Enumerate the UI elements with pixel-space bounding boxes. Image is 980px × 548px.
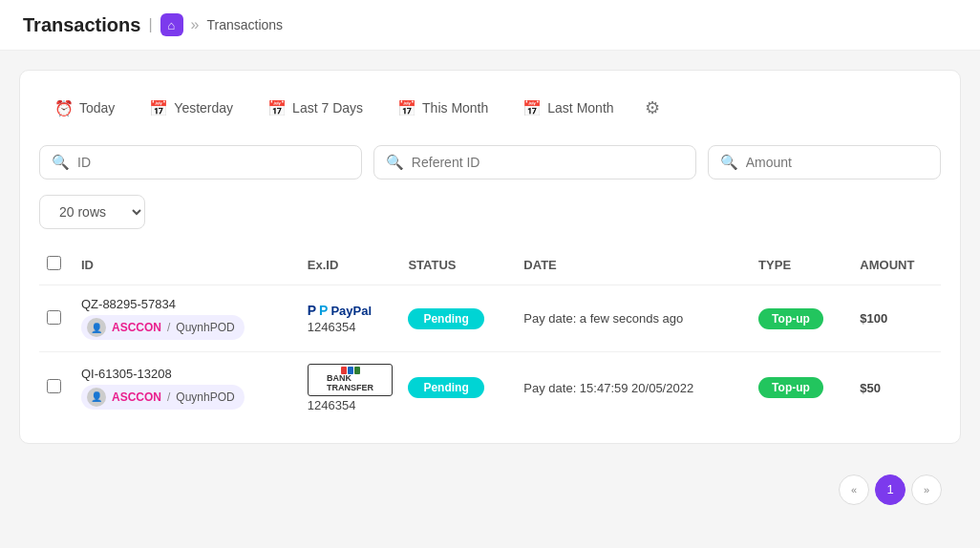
calendar-icon-last7: 📅 [267,99,287,117]
filter-lastmonth-button[interactable]: 📅 Last Month [507,92,628,125]
transactions-table: ID Ex.ID STATUS DATE TYPE AMOUNT QZ-8829… [39,244,941,424]
header-exid: Ex.ID [300,244,401,285]
row-id-cell: QI-61305-13208 👤 ASCCON / QuynhPOD [74,352,300,424]
page-1-button[interactable]: 1 [875,474,905,505]
amount-search-field: 🔍 [708,145,941,179]
breadcrumb-separator: | [148,16,152,33]
next-page-button[interactable]: » [911,474,942,505]
referent-search-field: 🔍 [373,145,696,179]
status-badge: Pending [408,308,483,329]
prev-page-button[interactable]: « [839,474,869,505]
row-id-main: QI-61305-13208 [81,367,292,381]
row-date-value: Pay date: a few seconds ago [523,311,683,326]
filter-yesterday-label: Yesterday [174,100,233,116]
filter-yesterday-button[interactable]: 📅 Yesterday [134,92,248,125]
row-exid-value: 1246354 [308,320,394,334]
row-sub-slash: / [167,321,170,334]
row-exid-cell: PP PayPal 1246354 [300,285,401,352]
paypal-badge: PP PayPal [308,303,394,318]
row-date-cell: Pay date: a few seconds ago [516,285,751,352]
filter-bar: ⏰ Today 📅 Yesterday 📅 Last 7 Days 📅 This… [39,90,941,130]
breadcrumb-arrow: » [191,16,200,33]
row-type-cell: Top-up [751,285,852,352]
table-row: QI-61305-13208 👤 ASCCON / QuynhPOD BANKT… [39,352,941,424]
row-date-value: Pay date: 15:47:59 20/05/2022 [523,381,693,395]
filter-today-label: Today [79,100,115,116]
rows-per-page-select[interactable]: 20 rows 50 rows 100 rows [39,195,145,229]
table-row: QZ-88295-57834 👤 ASCCON / QuynhPOD PP Pa… [39,285,941,352]
pagination: « 1 » [19,459,961,520]
header-checkbox-col [39,244,74,285]
row-date-cell: Pay date: 15:47:59 20/05/2022 [516,352,751,424]
type-badge: Top-up [758,377,823,398]
filter-last7days-button[interactable]: 📅 Last 7 Days [252,92,378,125]
gear-icon: ⚙ [645,97,660,118]
row-amount-cell: $100 [852,285,941,352]
page-title: Transactions [23,14,140,36]
row-status-cell: Pending [400,352,516,424]
breadcrumb-text: Transactions [206,17,283,32]
filter-today-button[interactable]: ⏰ Today [39,92,130,125]
bank-transfer-badge: BANKTRANSFER [308,364,394,396]
calendar-icon-thismonth: 📅 [397,99,416,117]
row-status-cell: Pending [400,285,516,352]
row-sub-name: ASCCON [112,321,161,334]
amount-search-input[interactable] [746,155,928,170]
row-id-cell: QZ-88295-57834 👤 ASCCON / QuynhPOD [74,285,300,352]
row-amount-value: $50 [860,381,881,395]
header-type: TYPE [751,244,852,285]
avatar: 👤 [87,318,106,337]
clock-icon: ⏰ [54,99,74,117]
filter-thismonth-button[interactable]: 📅 This Month [382,92,503,125]
settings-button[interactable]: ⚙ [633,90,671,126]
row-id-sub: 👤 ASCCON / QuynhPOD [81,385,245,410]
header-date: DATE [516,244,751,285]
row-sub-pod: QuynhPOD [176,321,234,334]
main-content: ⏰ Today 📅 Yesterday 📅 Last 7 Days 📅 This… [0,51,980,539]
rows-selector: 20 rows 50 rows 100 rows [39,195,941,229]
row-exid-cell: BANKTRANSFER 1246354 [300,352,401,424]
avatar: 👤 [87,388,106,407]
row-id-main: QZ-88295-57834 [81,297,292,311]
calendar-icon-yesterday: 📅 [149,99,168,117]
id-search-input[interactable] [77,155,350,170]
row-type-cell: Top-up [751,352,852,424]
search-icon-referent: 🔍 [386,154,404,171]
filter-thismonth-label: This Month [422,100,488,116]
row-checkbox-1[interactable] [47,379,61,393]
row-sub-pod: QuynhPOD [176,390,234,404]
page-header: Transactions | ⌂ » Transactions [0,0,980,51]
header-id: ID [74,244,300,285]
status-badge: Pending [408,377,483,398]
search-icon-id: 🔍 [52,154,70,171]
header-amount: AMOUNT [852,244,941,285]
filter-last7days-label: Last 7 Days [292,100,363,116]
calendar-icon-lastmonth: 📅 [522,99,542,117]
referent-search-input[interactable] [412,155,684,170]
row-checkbox-0[interactable] [47,310,61,325]
row-amount-cell: $50 [852,352,941,424]
row-amount-value: $100 [860,311,887,326]
row-exid-value: 1246354 [308,398,394,412]
filter-lastmonth-label: Last Month [547,100,613,116]
transactions-card: ⏰ Today 📅 Yesterday 📅 Last 7 Days 📅 This… [19,70,961,444]
home-icon[interactable]: ⌂ [160,13,183,36]
row-sub-slash: / [167,390,170,404]
row-id-sub: 👤 ASCCON / QuynhPOD [81,315,245,340]
id-search-field: 🔍 [39,145,362,179]
search-row: 🔍 🔍 🔍 [39,145,941,179]
select-all-checkbox[interactable] [47,256,61,270]
search-icon-amount: 🔍 [720,154,738,171]
type-badge: Top-up [758,308,823,329]
header-status: STATUS [400,244,516,285]
row-sub-name: ASCCON [112,390,161,404]
